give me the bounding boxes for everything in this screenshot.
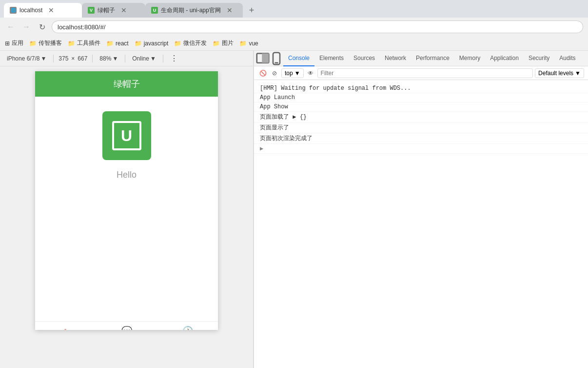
network-dropdown-icon: ▼: [150, 55, 156, 62]
more-options-button[interactable]: ⋮: [168, 53, 180, 64]
reload-button[interactable]: ↻: [36, 21, 48, 33]
console-message-5: 页面显示了: [254, 123, 588, 133]
device-model-selector[interactable]: iPhone 6/7/8 ▼: [5, 54, 48, 63]
context-label: top: [285, 70, 293, 77]
console-expand-arrow[interactable]: ▶: [254, 144, 588, 154]
bookmark-label-wechat: 微信开发: [183, 39, 207, 47]
bookmark-images[interactable]: 📁 图片: [213, 39, 234, 47]
folder-icon-images: 📁: [213, 40, 220, 47]
tabbar-item-home[interactable]: ⌂ 首页: [35, 322, 96, 330]
app-logo-inner: U: [112, 121, 141, 150]
tab-elements[interactable]: Elements: [314, 51, 349, 66]
folder-icon-react: 📁: [106, 40, 114, 47]
new-tab-button[interactable]: +: [245, 3, 258, 17]
device-toolbar: iPhone 6/7/8 ▼ 375 × 667 88% ▼ Online ▼: [0, 51, 253, 66]
bookmark-vue[interactable]: 📁 vue: [239, 40, 258, 47]
tab-favicon-lvmaozi: V: [88, 7, 95, 14]
tabbar-item-me[interactable]: 🕐 我们: [157, 322, 218, 330]
console-message-5-text: 页面显示了: [260, 123, 289, 132]
levels-label: Default levels: [538, 70, 573, 77]
tab-close-localhost[interactable]: ✕: [48, 6, 54, 14]
tab-close-lvmaozi[interactable]: ✕: [121, 6, 127, 14]
tab-favicon-localhost: 🌐: [10, 7, 17, 14]
back-button[interactable]: ←: [5, 21, 17, 33]
tab-performance[interactable]: Performance: [411, 51, 454, 66]
svg-rect-1: [262, 53, 269, 62]
network-label: Online: [132, 55, 149, 62]
bookmark-wechat[interactable]: 📁 微信开发: [174, 39, 207, 47]
bookmark-label-javascript: javascript: [144, 40, 169, 47]
bookmarks-bar: ⊞ 应用 📁 传智播客 📁 工具插件 📁 react 📁 javascript …: [0, 36, 588, 51]
console-message-1-text: [HMR] Waiting for update signal from WDS…: [260, 85, 411, 92]
expand-icon[interactable]: ▶: [260, 145, 263, 152]
app-body: U Hello: [35, 97, 218, 321]
context-selector[interactable]: top ▼: [281, 68, 304, 78]
bookmark-apps[interactable]: ⊞ 应用: [5, 39, 23, 47]
eye-button[interactable]: 👁: [306, 68, 315, 78]
dimension-x: ×: [71, 55, 75, 62]
devtools-panel: Console Elements Sources Network Perform…: [254, 51, 588, 368]
tab-audits[interactable]: Audits: [554, 51, 580, 66]
bookmark-tools[interactable]: 📁 工具插件: [68, 39, 100, 47]
forward-button[interactable]: →: [20, 21, 32, 33]
zoom-dropdown-icon: ▼: [112, 55, 118, 62]
folder-icon-chuanzhi: 📁: [29, 40, 37, 47]
folder-icon-javascript: 📁: [135, 40, 142, 47]
tab-network[interactable]: Network: [380, 51, 411, 66]
bookmark-label-chuanzhi: 传智播客: [39, 39, 62, 47]
apps-icon: ⊞: [5, 40, 10, 47]
tab-console-label: Console: [288, 55, 310, 61]
console-message-1: [HMR] Waiting for update signal from WDS…: [254, 84, 588, 93]
devtools-mobile-button[interactable]: [270, 52, 283, 65]
tabbar-item-message[interactable]: 💬 信息: [96, 322, 157, 330]
console-clear-button[interactable]: 🚫: [258, 68, 268, 78]
app-hello-text: Hello: [117, 170, 137, 180]
console-filter-input[interactable]: [317, 68, 533, 78]
browser-chrome: 🌐 localhost ✕ V 绿帽子 ✕ U 生命周期 - uni-app官网…: [0, 0, 588, 368]
app-logo: U: [102, 111, 151, 160]
network-selector[interactable]: Online ▼: [130, 54, 158, 63]
bookmark-chuanzhi[interactable]: 📁 传智播客: [29, 39, 62, 47]
device-height: 667: [78, 55, 87, 62]
app-tabbar: ⌂ 首页 💬 信息 🕐 我们: [35, 321, 218, 330]
phone-screen: 绿帽子 U Hello: [35, 71, 218, 330]
tab-localhost[interactable]: 🌐 localhost ✕: [4, 3, 82, 18]
console-message-6-text: 页面初次渲染完成了: [260, 134, 313, 143]
tab-memory[interactable]: Memory: [454, 51, 485, 66]
me-icon: 🕐: [182, 326, 193, 330]
context-dropdown-icon: ▼: [294, 70, 300, 77]
tab-title-lvmaozi: 绿帽子: [98, 6, 115, 15]
viewport-wrapper: iPhone 6/7/8 ▼ 375 × 667 88% ▼ Online ▼: [0, 51, 254, 368]
tab-close-lifecycle[interactable]: ✕: [227, 6, 233, 14]
browser-content: iPhone 6/7/8 ▼ 375 × 667 88% ▼ Online ▼: [0, 51, 588, 368]
tab-application-label: Application: [490, 55, 519, 61]
home-icon: ⌂: [62, 326, 68, 330]
tab-lifecycle[interactable]: U 生命周期 - uni-app官网 ✕: [145, 3, 243, 18]
tab-application[interactable]: Application: [485, 51, 524, 66]
bookmark-react[interactable]: 📁 react: [106, 40, 129, 47]
device-model-label: iPhone 6/7/8: [7, 55, 39, 62]
address-input[interactable]: [52, 20, 583, 33]
console-output: [HMR] Waiting for update signal from WDS…: [254, 80, 588, 368]
tab-sources[interactable]: Sources: [349, 51, 380, 66]
console-message-3-text: App Show: [260, 103, 288, 110]
bookmark-label-apps: 应用: [12, 39, 23, 47]
tab-title-localhost: localhost: [20, 7, 42, 14]
zoom-selector[interactable]: 88% ▼: [98, 54, 120, 63]
console-message-4: 页面加载了 ▶ {}: [254, 112, 588, 123]
tab-console[interactable]: Console: [283, 51, 314, 66]
bookmark-javascript[interactable]: 📁 javascript: [135, 40, 169, 47]
devtools-dock-button[interactable]: [256, 52, 270, 65]
bookmark-label-images: 图片: [222, 39, 234, 47]
device-dropdown-icon: ▼: [40, 55, 46, 62]
console-message-2: App Launch: [254, 93, 588, 102]
tab-security[interactable]: Security: [524, 51, 554, 66]
levels-selector[interactable]: Default levels ▼: [535, 68, 584, 78]
tab-favicon-lifecycle: U: [151, 7, 158, 14]
bookmark-label-vue: vue: [249, 40, 258, 47]
console-filter-toggle[interactable]: ⊘: [270, 68, 279, 78]
devtools-tabs: Console Elements Sources Network Perform…: [254, 51, 588, 66]
app-header-title: 绿帽子: [114, 79, 140, 89]
tab-lvmaozi[interactable]: V 绿帽子 ✕: [82, 3, 145, 18]
tab-elements-label: Elements: [319, 55, 344, 61]
